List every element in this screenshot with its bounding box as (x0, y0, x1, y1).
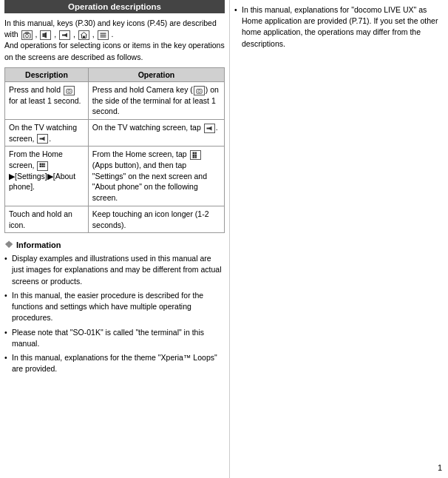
left-column: Operation descriptions In this manual, k… (0, 0, 229, 478)
header-title: Operation descriptions (68, 2, 161, 11)
svg-rect-0 (24, 33, 30, 38)
op-cell-4: Keep touching an icon longer (1-2 second… (88, 206, 224, 232)
svg-rect-30 (192, 156, 194, 158)
page-header: Operation descriptions (4, 0, 225, 13)
comma2: , (54, 30, 58, 38)
comma3: , (73, 30, 78, 38)
table-row: Touch and hold an icon. Keep touching an… (5, 206, 225, 232)
svg-rect-21 (42, 163, 44, 165)
diamond-icon: ❖ (4, 239, 13, 250)
table-row: From the Home screen, ▶[Settings]▶[About… (5, 147, 225, 206)
svg-rect-14 (197, 89, 202, 93)
svg-rect-3 (43, 33, 44, 37)
info-bullet-list: Display examples and illustrations used … (4, 253, 225, 374)
svg-rect-23 (40, 165, 42, 167)
back-icon-3 (204, 124, 215, 133)
menu-icon (98, 30, 109, 40)
camera-icon-3 (194, 86, 205, 95)
svg-rect-27 (194, 152, 197, 155)
list-item: In this manual, the easier procedure is … (4, 290, 225, 324)
operations-table: Description Operation Press and hold for… (4, 67, 225, 233)
desc-cell-1: Press and hold for at least 1 second. (5, 81, 89, 119)
svg-rect-24 (42, 165, 44, 167)
svg-rect-10 (100, 35, 106, 36)
apps-icon (37, 161, 48, 171)
camera-icon (21, 30, 33, 40)
op-cell-2: On the TV watching screen, tap . (88, 119, 224, 146)
svg-point-1 (25, 34, 28, 37)
right-bullet-list: In this manual, explanations for "docomo… (234, 4, 442, 50)
intro-text: In this manual, keys (P.30) and key icon… (4, 18, 225, 63)
col-operation: Operation (88, 67, 224, 81)
svg-rect-9 (100, 33, 106, 33)
list-item: Please note that "SO-01K" is called "the… (4, 327, 225, 349)
list-item: In this manual, explanations for the the… (4, 352, 225, 374)
svg-point-15 (198, 90, 200, 92)
table-row: Press and hold for at least 1 second. Pr… (5, 81, 225, 119)
op-cell-1: Press and hold Camera key () on the side… (88, 81, 224, 119)
info-title: Information (16, 240, 61, 249)
op-cell-3: From the Home screen, tap (Apps button),… (88, 147, 224, 206)
home-icon (78, 30, 89, 40)
list-item: In this manual, explanations for "docomo… (234, 4, 442, 50)
svg-point-13 (68, 90, 70, 92)
right-column: In this manual, explanations for "docomo… (229, 0, 448, 478)
svg-marker-4 (44, 32, 47, 38)
table-row: On the TV watching screen, . On the TV w… (5, 119, 225, 146)
speaker-icon (40, 30, 51, 40)
desc-cell-3: From the Home screen, ▶[Settings]▶[About… (5, 147, 89, 206)
back-icon (59, 30, 70, 40)
desc-cell-4: Touch and hold an icon. (5, 206, 89, 232)
back-icon-2 (37, 134, 48, 144)
svg-rect-20 (40, 163, 42, 165)
list-item: Display examples and illustrations used … (4, 253, 225, 287)
svg-rect-29 (194, 155, 197, 157)
svg-rect-26 (192, 152, 194, 155)
comma1: , (35, 30, 40, 38)
svg-rect-17 (40, 138, 44, 140)
page-number: 1 (438, 463, 442, 472)
page-container: Operation descriptions In this manual, k… (0, 0, 448, 478)
svg-rect-25 (44, 165, 46, 167)
info-section-title: ❖ Information (4, 239, 225, 250)
camera-icon-2 (64, 86, 75, 95)
svg-rect-11 (100, 36, 106, 37)
svg-rect-12 (67, 89, 72, 93)
svg-rect-31 (194, 156, 197, 158)
apps-icon-2 (190, 150, 201, 160)
svg-rect-6 (62, 34, 66, 36)
svg-rect-8 (83, 36, 85, 38)
col-description: Description (5, 67, 89, 81)
desc-cell-2: On the TV watching screen, . (5, 119, 89, 146)
svg-rect-19 (206, 127, 210, 129)
svg-rect-22 (44, 163, 46, 165)
comma4: , (92, 30, 97, 38)
svg-rect-28 (192, 155, 194, 157)
